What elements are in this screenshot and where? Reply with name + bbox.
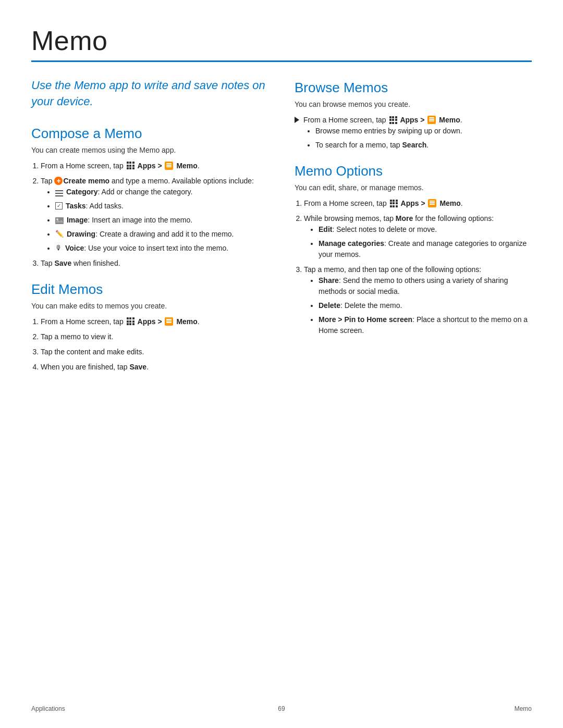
svg-rect-2: [55, 195, 63, 196]
options-desc: You can edit, share, or manage memos.: [295, 183, 532, 192]
browse-title: Browse Memos: [295, 80, 532, 96]
options-steps: From a Home screen, tap Apps > Memo. Whi…: [304, 198, 532, 336]
title-divider: [31, 60, 532, 62]
browse-list: From a Home screen, tap Apps > Memo. Bro…: [295, 115, 532, 151]
options-step3-list: Share: Send the memo to others using a v…: [319, 275, 532, 336]
apps-grid-icon-browse: [389, 116, 397, 124]
compose-steps: From a Home screen, tap Apps > Memo. Tap: [41, 161, 268, 269]
footer-left: Applications: [31, 705, 65, 712]
intro-text: Use the Memo app to write and save notes…: [31, 78, 268, 110]
options-step2-list: Edit: Select notes to delete or move. Ma…: [319, 224, 532, 260]
page-title: Memo: [31, 25, 532, 56]
option-voice: 🎙 Voice: Use your voice to insert text i…: [55, 243, 268, 254]
options-section: Memo Options You can edit, share, or man…: [295, 163, 532, 336]
browse-section: Browse Memos You can browse memos you cr…: [295, 80, 532, 151]
options-s3-b3: More > Pin to Home screen: Place a short…: [319, 314, 532, 336]
options-step1: From a Home screen, tap Apps > Memo.: [304, 198, 532, 209]
option-image: Image: Insert an image into the memo.: [55, 215, 268, 226]
option-category: Category: Add or change the category.: [55, 187, 268, 198]
svg-rect-3: [55, 217, 64, 224]
memo-app-icon-edit: [165, 317, 173, 326]
edit-step2: Tap a memo to view it.: [41, 331, 268, 342]
svg-rect-0: [55, 190, 63, 191]
memo-app-icon-browse: [427, 116, 436, 124]
options-s3-b1: Share: Send the memo to others using a v…: [319, 275, 532, 297]
voice-icon: 🎙: [55, 243, 62, 253]
edit-step1: From a Home screen, tap Apps > Memo.: [41, 316, 268, 327]
main-content: Use the Memo app to write and save notes…: [31, 78, 532, 385]
category-icon: [55, 189, 63, 195]
image-icon: [55, 216, 64, 223]
edit-title: Edit Memos: [31, 281, 268, 298]
memo-app-icon-options: [428, 199, 436, 207]
compose-step1: From a Home screen, tap Apps > Memo.: [41, 161, 268, 171]
edit-section: Edit Memos You can make edits to memos y…: [31, 281, 268, 373]
option-drawing: ✏️ Drawing: Create a drawing and add it …: [55, 229, 268, 240]
browse-arrow-step: From a Home screen, tap Apps > Memo. Bro…: [295, 115, 532, 151]
compose-title: Compose a Memo: [31, 126, 268, 142]
right-column: Browse Memos You can browse memos you cr…: [295, 78, 532, 385]
compose-step3: Tap Save when finished.: [41, 258, 268, 269]
options-s3-b2: Delete: Delete the memo.: [319, 300, 532, 311]
footer-center: 69: [278, 705, 285, 712]
svg-rect-1: [55, 193, 63, 194]
drawing-icon: ✏️: [55, 229, 64, 239]
compose-section: Compose a Memo You can create memos usin…: [31, 126, 268, 269]
footer-right: Memo: [515, 705, 532, 712]
svg-point-5: [56, 218, 58, 220]
options-step2: While browsing memos, tap More for the f…: [304, 213, 532, 260]
page-container: Memo Use the Memo app to write and save …: [0, 0, 563, 416]
apps-grid-icon-options: [390, 200, 398, 207]
triangle-icon: [295, 117, 299, 123]
edit-desc: You can make edits to memos you create.: [31, 302, 268, 310]
compose-options-list: Category: Add or change the category. ✓ …: [55, 187, 268, 254]
left-column: Use the Memo app to write and save notes…: [31, 78, 268, 385]
edit-step3: Tap the content and make edits.: [41, 347, 268, 357]
compose-desc: You can create memos using the Memo app.: [31, 146, 268, 154]
tasks-icon: ✓: [55, 202, 63, 209]
option-tasks: ✓ Tasks: Add tasks.: [55, 201, 268, 212]
browse-sub-list: Browse memo entries by swiping up or dow…: [315, 126, 532, 151]
apps-grid-icon: [127, 162, 134, 169]
options-s2-b1: Edit: Select notes to delete or move.: [319, 224, 532, 235]
memo-app-icon: [165, 162, 173, 170]
options-step3: Tap a memo, and then tap one of the foll…: [304, 264, 532, 336]
options-s2-b2: Manage categories: Create and manage cat…: [319, 238, 532, 260]
footer: Applications 69 Memo: [31, 705, 532, 712]
apps-grid-icon-edit: [127, 317, 134, 325]
browse-desc: You can browse memos you create.: [295, 100, 532, 108]
browse-sub1: Browse memo entries by swiping up or dow…: [315, 126, 532, 137]
browse-sub2: To search for a memo, tap Search.: [315, 140, 532, 151]
create-btn-icon: +: [54, 177, 63, 185]
compose-step2: Tap +Create memo and type a memo. Availa…: [41, 176, 268, 254]
edit-steps: From a Home screen, tap Apps > Memo. Tap…: [41, 316, 268, 373]
edit-step4: When you are finished, tap Save.: [41, 362, 268, 373]
options-title: Memo Options: [295, 163, 532, 179]
